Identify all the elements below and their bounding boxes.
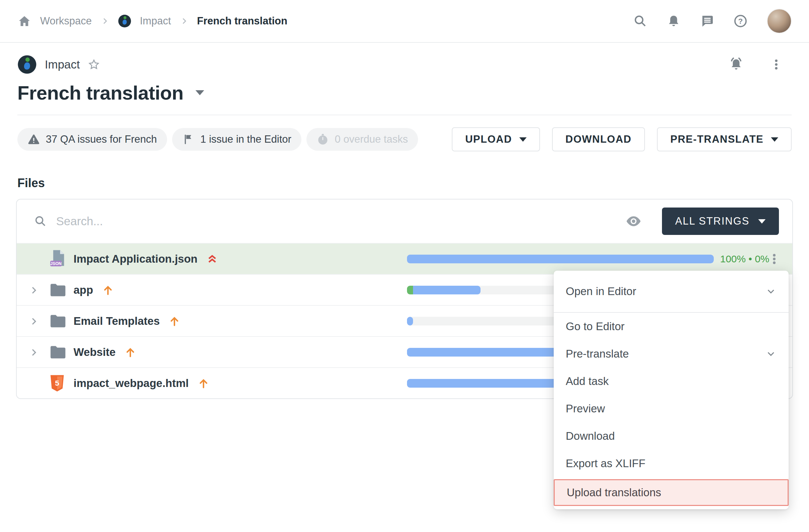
files-toolbar: ALL STRINGS <box>17 200 792 243</box>
files-search-input[interactable] <box>56 214 617 228</box>
expand-chevron-icon[interactable] <box>29 316 49 326</box>
svg-text:5: 5 <box>55 378 59 387</box>
json-file-icon: JSON <box>49 250 69 268</box>
double-chevron-up-icon <box>206 253 218 265</box>
notifications-bell-icon[interactable] <box>667 14 681 28</box>
ring-bell-icon[interactable] <box>728 56 744 72</box>
title-caret-icon[interactable] <box>195 90 204 95</box>
search-icon <box>34 215 47 227</box>
html-file-icon: 5 <box>49 375 69 392</box>
folder-icon <box>49 283 69 297</box>
menu-item-export-as-xliff[interactable]: Export as XLIFF <box>554 450 789 477</box>
all-strings-filter-button[interactable]: ALL STRINGS <box>662 207 779 235</box>
kebab-menu-icon[interactable] <box>768 253 780 265</box>
file-row-impact-application-json[interactable]: JSON Impact Application.json 100% • 0% <box>17 243 792 274</box>
expand-chevron-icon[interactable] <box>29 285 49 295</box>
overdue-tasks-badge: 0 overdue tasks <box>306 128 418 151</box>
caret-down-icon <box>758 219 765 224</box>
file-name: Impact Application.json <box>73 253 197 265</box>
upload-label: UPLOAD <box>465 133 512 145</box>
project-header: Impact French translation <box>0 55 809 115</box>
qa-issues-label: 37 QA issues for French <box>46 133 157 145</box>
expand-chevron-icon[interactable] <box>29 347 49 357</box>
menu-item-label: Pre-translate <box>566 347 629 360</box>
editor-issues-label: 1 issue in the Editor <box>201 133 291 145</box>
impact-logo <box>118 14 131 28</box>
stopwatch-icon <box>316 133 329 146</box>
chevron-down-icon <box>765 348 777 360</box>
chevron-right-icon <box>101 17 109 25</box>
menu-item-label: Go to Editor <box>566 320 624 333</box>
breadcrumb-project[interactable]: Impact <box>140 15 171 27</box>
folder-name: app <box>73 284 93 296</box>
menu-item-go-to-editor[interactable]: Go to Editor <box>554 313 789 340</box>
menu-item-label: Upload translations <box>567 486 661 499</box>
user-avatar[interactable] <box>767 9 792 33</box>
menu-item-download[interactable]: Download <box>554 423 789 450</box>
warning-icon <box>28 133 40 146</box>
menu-item-label: Export as XLIFF <box>566 457 645 470</box>
menu-item-pre-translate[interactable]: Pre-translate <box>554 340 789 367</box>
menu-item-open-in-editor[interactable]: Open in Editor <box>554 271 789 312</box>
chevron-down-icon <box>765 286 777 297</box>
arrow-up-icon <box>168 315 180 327</box>
divider <box>17 115 792 115</box>
progress-bar <box>407 255 714 263</box>
menu-item-label: Add task <box>566 375 608 388</box>
download-label: DOWNLOAD <box>565 133 632 145</box>
progress-stats: 100% • 0% <box>720 253 769 265</box>
breadcrumb-workspace[interactable]: Workspace <box>40 15 92 27</box>
qa-issues-badge[interactable]: 37 QA issues for French <box>17 128 167 151</box>
menu-item-label: Preview <box>566 402 605 415</box>
editor-issues-badge[interactable]: 1 issue in the Editor <box>172 128 302 151</box>
eye-icon[interactable] <box>626 216 641 227</box>
download-button[interactable]: DOWNLOAD <box>552 127 645 151</box>
arrow-up-icon <box>124 346 136 358</box>
folder-name: Email Templates <box>73 315 160 327</box>
folder-icon <box>49 314 69 328</box>
star-icon[interactable] <box>88 58 100 70</box>
caret-down-icon <box>519 137 527 142</box>
breadcrumb: Workspace Impact French translation <box>17 14 287 28</box>
overdue-tasks-label: 0 overdue tasks <box>335 133 408 145</box>
top-bar: Workspace Impact French translation <box>0 0 809 43</box>
project-name: Impact <box>45 58 80 71</box>
arrow-up-icon <box>102 284 114 296</box>
page-title: French translation <box>17 82 184 104</box>
file-name: impact_webpage.html <box>73 377 189 390</box>
upload-button[interactable]: UPLOAD <box>452 127 540 151</box>
chat-icon[interactable] <box>700 14 714 28</box>
menu-item-preview[interactable]: Preview <box>554 395 789 423</box>
folder-name: Website <box>73 346 116 359</box>
arrow-up-icon <box>197 377 209 389</box>
files-heading: Files <box>0 176 809 190</box>
help-icon[interactable]: ? <box>734 14 747 28</box>
home-icon[interactable] <box>17 14 31 28</box>
impact-logo <box>17 55 37 74</box>
status-row: 37 QA issues for French 1 issue in the E… <box>0 127 809 151</box>
folder-icon <box>49 345 69 360</box>
kebab-menu-icon[interactable] <box>770 58 782 70</box>
menu-item-label: Download <box>566 430 615 443</box>
search-icon[interactable] <box>633 14 647 28</box>
menu-item-label: Open in Editor <box>566 285 636 298</box>
menu-item-upload-translations[interactable]: Upload translations <box>554 479 789 506</box>
menu-item-add-task[interactable]: Add task <box>554 367 789 395</box>
svg-text:JSON: JSON <box>50 261 62 266</box>
chevron-right-icon <box>180 17 188 25</box>
flag-icon <box>182 133 195 146</box>
breadcrumb-current-page: French translation <box>197 15 287 27</box>
pre-translate-button[interactable]: PRE-TRANSLATE <box>657 127 792 151</box>
caret-down-icon <box>771 137 778 142</box>
all-strings-label: ALL STRINGS <box>675 215 750 227</box>
svg-text:?: ? <box>738 17 743 25</box>
pre-translate-label: PRE-TRANSLATE <box>670 133 763 145</box>
file-context-menu: Open in Editor Go to Editor Pre-translat… <box>554 271 789 509</box>
